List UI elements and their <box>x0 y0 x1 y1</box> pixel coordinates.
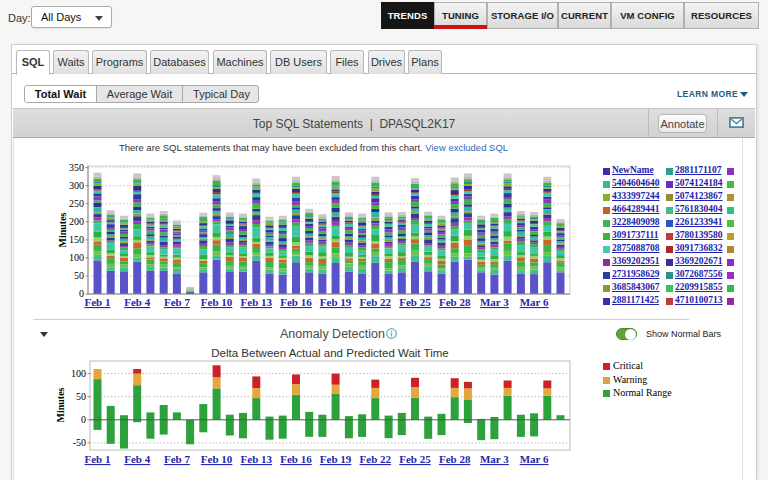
svg-text:Feb 19: Feb 19 <box>320 453 352 465</box>
svg-text:Feb 19: Feb 19 <box>320 296 352 308</box>
svg-text:250: 250 <box>69 198 84 209</box>
svg-text:Mar 3: Mar 3 <box>480 296 509 308</box>
svg-text:Feb 22: Feb 22 <box>360 453 392 465</box>
svg-text:Minutes: Minutes <box>57 212 68 247</box>
svg-text:150: 150 <box>69 234 84 245</box>
svg-text:50: 50 <box>74 270 84 281</box>
svg-text:Feb 28: Feb 28 <box>439 453 471 465</box>
svg-text:100: 100 <box>71 368 86 379</box>
svg-text:Feb 4: Feb 4 <box>124 453 150 465</box>
svg-text:Feb 16: Feb 16 <box>280 453 312 465</box>
svg-text:Feb 16: Feb 16 <box>280 296 312 308</box>
svg-text:200: 200 <box>69 216 84 227</box>
svg-text:Feb 22: Feb 22 <box>360 296 392 308</box>
svg-text:Feb 7: Feb 7 <box>164 296 190 308</box>
svg-text:Feb 1: Feb 1 <box>85 296 111 308</box>
svg-text:Feb 25: Feb 25 <box>399 453 431 465</box>
svg-text:Feb 7: Feb 7 <box>164 453 190 465</box>
svg-text:50: 50 <box>76 391 86 402</box>
svg-text:0: 0 <box>81 414 86 425</box>
svg-text:Mar 6: Mar 6 <box>520 296 549 308</box>
svg-text:100: 100 <box>69 252 84 263</box>
svg-text:Mar 3: Mar 3 <box>480 453 509 465</box>
svg-text:Feb 10: Feb 10 <box>201 453 233 465</box>
svg-text:Feb 1: Feb 1 <box>85 453 111 465</box>
svg-text:Feb 28: Feb 28 <box>439 296 471 308</box>
svg-text:Feb 13: Feb 13 <box>241 453 273 465</box>
svg-text:Delta Between Actual and Predi: Delta Between Actual and Predicted Wait … <box>211 347 448 359</box>
svg-text:300: 300 <box>69 180 84 191</box>
svg-text:350: 350 <box>69 162 84 173</box>
svg-text:Feb 10: Feb 10 <box>201 296 233 308</box>
svg-text:Feb 25: Feb 25 <box>399 296 431 308</box>
svg-text:0: 0 <box>79 288 84 299</box>
svg-text:-50: -50 <box>73 437 86 448</box>
svg-text:Feb 13: Feb 13 <box>241 296 273 308</box>
svg-text:Minutes: Minutes <box>55 387 66 422</box>
svg-text:Mar 6: Mar 6 <box>520 453 549 465</box>
svg-text:Feb 4: Feb 4 <box>124 296 150 308</box>
